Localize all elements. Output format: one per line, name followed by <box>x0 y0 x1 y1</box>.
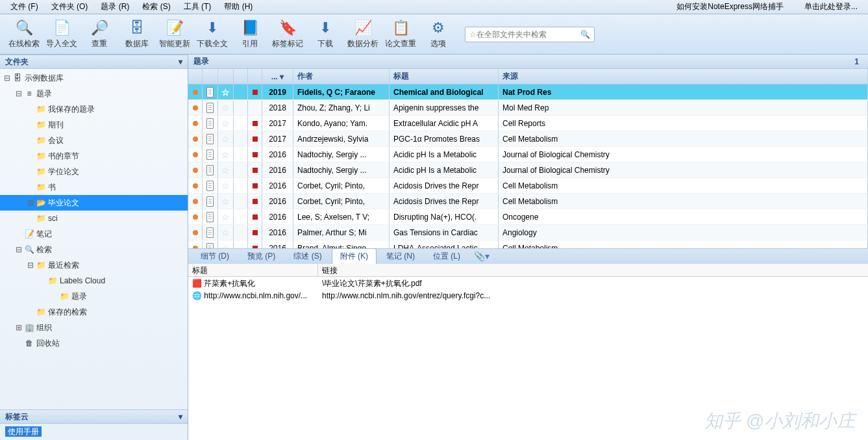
menu-help[interactable]: 帮助 (H) <box>217 1 259 12</box>
record-row[interactable]: ☆2019Fidelis, Q C; FaraoneChemical and B… <box>188 84 868 100</box>
star-icon[interactable]: ☆ <box>221 181 230 191</box>
detail-tab[interactable]: 细节 (D) <box>192 248 238 265</box>
expander-icon[interactable]: ⊟ <box>3 73 12 83</box>
tree-label: 期刊 <box>47 120 185 131</box>
cell-year: 2019 <box>262 84 293 99</box>
toolbar-data-analysis[interactable]: 📈数据分析 <box>344 16 382 53</box>
attachment-row[interactable]: 🌐 http://www.ncbi.nlm.nih.gov/...http://… <box>188 290 868 303</box>
tree-item[interactable]: 📁题录 <box>0 289 188 304</box>
tag-manual[interactable]: 使用手册 <box>5 426 42 437</box>
expander-icon[interactable]: ⊟ <box>14 245 23 254</box>
toolbar-online-search[interactable]: 🔍在线检索 <box>5 16 43 53</box>
cell-year: 2016 <box>262 209 293 224</box>
page-icon <box>206 134 214 144</box>
attachment-row[interactable]: 🟥 芹菜素+抗氧化\毕业论文\芹菜素+抗氧化.pdf <box>188 277 868 290</box>
search-input[interactable] <box>477 30 580 39</box>
toolbar-smart-update[interactable]: 📝智能更新 <box>156 16 193 53</box>
star-icon[interactable]: ☆ <box>221 149 230 160</box>
toolbar-import-fulltext[interactable]: 📄导入全文 <box>43 16 81 53</box>
detail-tab[interactable]: 位置 (L) <box>425 248 469 265</box>
record-row[interactable]: ☆2016Lee, S; Axelsen, T V;Disrupting Na(… <box>188 209 868 225</box>
tree-item[interactable]: 📁保存的检索 <box>0 304 188 320</box>
tree-item[interactable]: ⊟🗄示例数据库 <box>0 70 188 86</box>
status-dot-icon <box>193 214 198 220</box>
tree-item[interactable]: 📁期刊 <box>0 117 188 133</box>
star-icon[interactable]: ☆ <box>221 87 230 97</box>
star-icon[interactable]: ☆ <box>221 243 230 248</box>
col-source[interactable]: 来源 <box>499 69 868 84</box>
tagcloud-panel-header[interactable]: 标签云▾ <box>0 409 188 424</box>
expander-icon[interactable]: ⊟ <box>26 261 35 270</box>
cell-source: Cell Metabolism <box>499 240 868 248</box>
tree-item[interactable]: ⊟≡题录 <box>0 86 188 101</box>
attach-col-link[interactable]: 链接 <box>318 264 868 276</box>
toolbar-paper-check[interactable]: 📋论文查重 <box>382 16 419 53</box>
cell-source: Journal of Biological Chemistry <box>499 147 868 162</box>
menu-folder[interactable]: 文件夹 (O) <box>45 1 95 12</box>
tree-item[interactable]: 📁会议 <box>0 133 188 148</box>
tree-label: 题录 <box>35 88 185 99</box>
cell-source: Cell Metabolism <box>499 194 868 209</box>
star-icon[interactable]: ☆ <box>221 165 230 175</box>
tree-label: 笔记 <box>35 229 185 240</box>
detail-tab[interactable]: 笔记 (N) <box>378 248 423 265</box>
record-row[interactable]: ☆2016Palmer, Arthur S; MiGas Tensions in… <box>188 225 868 240</box>
search-icon[interactable]: 🔍 <box>580 30 590 39</box>
tree-item[interactable]: 📁我保存的题录 <box>0 101 188 117</box>
tree-item[interactable]: 🗑回收站 <box>0 335 188 351</box>
menubar: 文件 (F) 文件夹 (O) 题录 (R) 检索 (S) 工具 (T) 帮助 (… <box>0 0 868 14</box>
star-icon[interactable]: ☆ <box>221 196 230 207</box>
link-login[interactable]: 单击此处登录... <box>798 1 864 12</box>
record-row[interactable]: ☆2017Kondo, Ayano; Yam.Extracellular Aci… <box>188 116 868 131</box>
page-icon <box>206 87 214 97</box>
star-icon[interactable]: ☆ <box>221 227 230 238</box>
toolbar-tag-mark[interactable]: 🔖标签标记 <box>269 16 306 53</box>
paperclip-icon[interactable]: 📎▾ <box>470 251 493 261</box>
record-row[interactable]: ☆2016Nadtochiy, Sergiy ...Acidic pH Is a… <box>188 147 868 162</box>
cell-source: Oncogene <box>499 209 868 224</box>
toolbar-check-dup[interactable]: 🔎查重 <box>81 16 118 53</box>
cell-author: Brand, Almut; Singe <box>293 240 390 248</box>
detail-tab[interactable]: 附件 (K) <box>332 248 377 265</box>
star-icon[interactable]: ☆ <box>221 118 230 129</box>
tree-item[interactable]: ⊞📂毕业论文 <box>0 195 188 211</box>
detail-tab[interactable]: 预览 (P) <box>239 248 284 265</box>
search-box[interactable]: ☆ 🔍 <box>465 27 595 42</box>
tree-item[interactable]: ⊟📁最近检索 <box>0 257 188 273</box>
toolbar-download[interactable]: ⬇下载 <box>306 16 344 53</box>
col-year[interactable]: ... ▾ <box>262 69 293 84</box>
menu-tool[interactable]: 工具 (T) <box>177 1 218 12</box>
col-author[interactable]: 作者 <box>293 69 390 84</box>
menu-record[interactable]: 题录 (R) <box>94 1 136 12</box>
record-row[interactable]: ☆2018Zhou, Z; Zhang, Y; LiApigenin suppr… <box>188 100 868 116</box>
tree-item[interactable]: ⊞🏢组织 <box>0 320 188 335</box>
tree-item[interactable]: 📝笔记 <box>0 226 188 242</box>
star-icon[interactable]: ☆ <box>221 134 230 144</box>
record-row[interactable]: ☆2016Nadtochiy, Sergiy ...Acidic pH Is a… <box>188 162 868 178</box>
expander-icon[interactable]: ⊞ <box>26 198 35 207</box>
tree-item[interactable]: 📁学位论文 <box>0 164 188 179</box>
tree-item[interactable]: 📁Labels Cloud <box>0 273 188 289</box>
record-row[interactable]: ☆2017Andrzejewski, SylviaPGC-1α Promotes… <box>188 131 868 147</box>
tree-item[interactable]: 📁书 <box>0 179 188 195</box>
attach-col-title[interactable]: 标题 <box>188 264 318 276</box>
tree-item[interactable]: 📁书的章节 <box>0 148 188 164</box>
toolbar-database[interactable]: 🗄数据库 <box>118 16 156 53</box>
link-install-helper[interactable]: 如何安装NoteExpress网络捕手 <box>670 1 790 12</box>
record-row[interactable]: ☆2016Corbet, Cyril; Pinto,Acidosis Drive… <box>188 178 868 194</box>
tree-item[interactable]: 📁sci <box>0 211 188 226</box>
expander-icon[interactable]: ⊟ <box>14 89 23 98</box>
tree-item[interactable]: ⊟🔍检索 <box>0 242 188 257</box>
record-row[interactable]: ☆2016Brand, Almut; SingeLDHA-Associated … <box>188 240 868 248</box>
star-icon[interactable]: ☆ <box>221 103 230 113</box>
star-icon[interactable]: ☆ <box>221 212 230 222</box>
detail-tab[interactable]: 综述 (S) <box>285 248 330 265</box>
record-row[interactable]: ☆2016Corbet, Cyril; Pinto,Acidosis Drive… <box>188 194 868 209</box>
col-title[interactable]: 标题 <box>390 69 499 84</box>
toolbar-download-fulltext[interactable]: ⬇下载全文 <box>193 16 231 53</box>
toolbar-cite[interactable]: 📘引用 <box>231 16 269 53</box>
expander-icon[interactable]: ⊞ <box>14 323 23 332</box>
toolbar-options[interactable]: ⚙选项 <box>419 16 457 53</box>
menu-file[interactable]: 文件 (F) <box>4 1 45 12</box>
menu-search[interactable]: 检索 (S) <box>136 1 177 12</box>
